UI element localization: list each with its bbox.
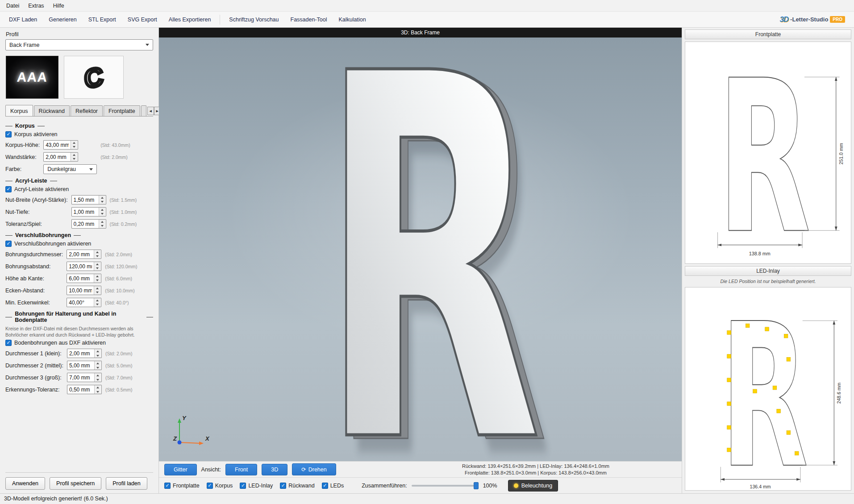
- korpus-aktivieren-checkbox[interactable]: Korpus aktivieren: [5, 131, 153, 137]
- bohrungsdurchmesser-field[interactable]: [67, 250, 101, 259]
- korpus-visibility-checkbox[interactable]: Korpus: [207, 483, 233, 489]
- nut-tiefe-field[interactable]: [71, 207, 106, 217]
- spinner-up-icon[interactable]: [95, 373, 101, 378]
- spinner-up-icon[interactable]: [99, 208, 105, 212]
- spinner-down-icon[interactable]: [94, 303, 100, 307]
- profil-select[interactable]: Back Frame: [5, 39, 153, 50]
- drehen-button[interactable]: ⟳ Drehen: [292, 463, 336, 475]
- korpus-hoehe-input[interactable]: [44, 141, 71, 149]
- frontplatte-visibility-checkbox[interactable]: Frontplatte: [164, 483, 200, 489]
- durchmesser-2-input[interactable]: [67, 361, 94, 370]
- hoehe-ab-kante-input[interactable]: [67, 274, 94, 283]
- bohrungsabstand-input[interactable]: [67, 262, 94, 271]
- preview-image-channel-profile[interactable]: C: [64, 56, 124, 99]
- tab-reflektor[interactable]: Reflektor: [71, 105, 103, 116]
- toleranz-spiel-input[interactable]: [72, 220, 99, 228]
- leds-visibility-checkbox[interactable]: LEDs: [322, 483, 344, 489]
- checkbox-checked-icon[interactable]: [280, 483, 286, 489]
- 3d-view-button[interactable]: 3D: [262, 464, 287, 475]
- ecken-abstand-input[interactable]: [67, 286, 94, 295]
- menu-extras[interactable]: Extras: [24, 1, 48, 11]
- checkbox-checked-icon[interactable]: [5, 131, 12, 137]
- fassaden-tool-button[interactable]: Fassaden-Tool: [285, 13, 333, 26]
- spinner-down-icon[interactable]: [94, 254, 100, 259]
- checkbox-checked-icon[interactable]: [5, 241, 12, 247]
- preview-image-illuminated-letters[interactable]: AAA: [6, 56, 58, 99]
- slider-thumb[interactable]: [474, 482, 479, 489]
- wandstaerke-field[interactable]: [43, 152, 78, 162]
- generieren-button[interactable]: Generieren: [43, 13, 82, 26]
- toleranz-spiel-field[interactable]: [71, 219, 106, 229]
- anwenden-button[interactable]: Anwenden: [5, 477, 45, 490]
- spinner-up-icon[interactable]: [94, 286, 100, 291]
- checkbox-checked-icon[interactable]: [5, 340, 12, 346]
- dxf-laden-button[interactable]: DXF Laden: [4, 13, 42, 26]
- wandstaerke-input[interactable]: [44, 153, 71, 161]
- spinner-down-icon[interactable]: [99, 224, 105, 229]
- spinner-up-icon[interactable]: [95, 361, 101, 366]
- kalkulation-button[interactable]: Kalkulation: [333, 13, 371, 26]
- spinner-down-icon[interactable]: [95, 354, 101, 358]
- stl-export-button[interactable]: STL Export: [83, 13, 121, 26]
- menu-hilfe[interactable]: Hilfe: [49, 1, 69, 11]
- spinner-down-icon[interactable]: [95, 366, 101, 370]
- durchmesser-1-field[interactable]: [67, 349, 102, 358]
- viewport-3d-canvas[interactable]: R R R Y X Z: [159, 37, 682, 461]
- tab-korpus[interactable]: Korpus: [5, 105, 33, 116]
- spinner-up-icon[interactable]: [71, 141, 77, 145]
- spinner-up-icon[interactable]: [99, 196, 105, 200]
- checkbox-checked-icon[interactable]: [207, 483, 213, 489]
- korpus-hoehe-field[interactable]: [43, 140, 78, 150]
- bodenbohrungen-checkbox[interactable]: Bodenbohrungen aus DXF aktivieren: [5, 340, 153, 346]
- spinner-up-icon[interactable]: [94, 298, 100, 303]
- spinner-down-icon[interactable]: [94, 291, 100, 295]
- nut-tiefe-input[interactable]: [72, 208, 99, 216]
- min-eckenwinkel-input[interactable]: [67, 298, 94, 307]
- tab-truncated[interactable]: F: [141, 105, 146, 116]
- durchmesser-1-input[interactable]: [67, 349, 94, 358]
- menu-datei[interactable]: Datei: [2, 1, 24, 11]
- min-eckenwinkel-field[interactable]: [67, 298, 101, 307]
- spinner-up-icon[interactable]: [94, 250, 100, 254]
- spinner-down-icon[interactable]: [99, 212, 105, 217]
- durchmesser-3-input[interactable]: [67, 373, 94, 382]
- checkbox-checked-icon[interactable]: [164, 483, 171, 489]
- erkennungs-toleranz-field[interactable]: [67, 385, 102, 394]
- spinner-down-icon[interactable]: [99, 200, 105, 204]
- schriftzug-vorschau-button[interactable]: Schriftzug Vorschau: [224, 13, 284, 26]
- spinner-down-icon[interactable]: [95, 378, 101, 382]
- led-inlay-visibility-checkbox[interactable]: LED-Inlay: [240, 483, 273, 489]
- slider-track[interactable]: [412, 485, 479, 487]
- farbe-select[interactable]: Dunkelgrau: [43, 164, 97, 174]
- spinner-down-icon[interactable]: [94, 267, 100, 271]
- spinner-up-icon[interactable]: [94, 274, 100, 279]
- checkbox-checked-icon[interactable]: [322, 483, 328, 489]
- durchmesser-3-field[interactable]: [67, 373, 102, 382]
- acryl-aktivieren-checkbox[interactable]: Acryl-Leiste aktivieren: [5, 186, 153, 192]
- nut-breite-input[interactable]: [72, 196, 99, 204]
- spinner-up-icon[interactable]: [99, 220, 105, 224]
- zusammenfuehren-slider[interactable]: [412, 482, 479, 490]
- spinner-up-icon[interactable]: [95, 385, 101, 390]
- alles-exportieren-button[interactable]: Alles Exportieren: [163, 13, 217, 26]
- durchmesser-2-field[interactable]: [67, 361, 102, 370]
- gitter-button[interactable]: Gitter: [164, 464, 197, 475]
- spinner-up-icon[interactable]: [95, 349, 101, 354]
- bohrungsdurchmesser-input[interactable]: [67, 250, 94, 258]
- ecken-abstand-field[interactable]: [67, 286, 101, 295]
- spinner-down-icon[interactable]: [95, 390, 101, 394]
- beleuchtung-button[interactable]: Beleuchtung: [508, 480, 558, 492]
- svg-export-button[interactable]: SVG Export: [122, 13, 162, 26]
- front-view-button[interactable]: Front: [225, 464, 257, 475]
- tab-rueckwand[interactable]: Rückwand: [34, 105, 70, 116]
- spinner-down-icon[interactable]: [71, 157, 77, 162]
- spinner-down-icon[interactable]: [94, 279, 100, 283]
- profil-speichern-button[interactable]: Profil speichern: [50, 477, 101, 490]
- tab-scroll-left-icon[interactable]: ◀: [147, 107, 154, 115]
- bohrungsabstand-field[interactable]: [67, 262, 101, 271]
- checkbox-checked-icon[interactable]: [240, 483, 246, 489]
- nut-breite-field[interactable]: [71, 195, 106, 204]
- tab-frontplatte[interactable]: Frontplatte: [104, 105, 140, 116]
- checkbox-checked-icon[interactable]: [5, 186, 12, 192]
- erkennungs-toleranz-input[interactable]: [67, 385, 94, 394]
